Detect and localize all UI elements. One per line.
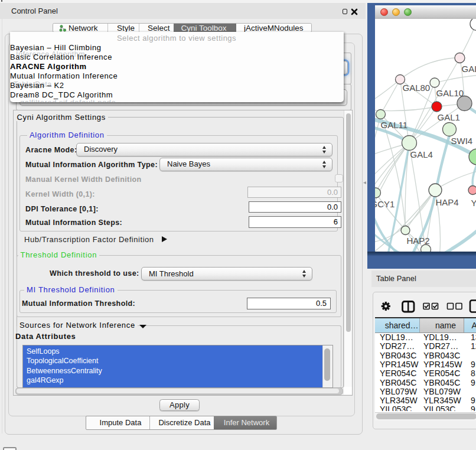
- svg-text:Y: Y: [471, 197, 476, 207]
- svg-text:GAL10: GAL10: [436, 87, 464, 97]
- svg-text:GAL80: GAL80: [402, 82, 430, 92]
- svg-text:SWI4: SWI4: [451, 135, 472, 145]
- svg-text:GCY1: GCY1: [375, 198, 395, 208]
- svg-text:GAL4: GAL4: [410, 149, 432, 159]
- svg-text:GAL7: GAL7: [461, 63, 476, 73]
- svg-text:GAL1: GAL1: [437, 112, 459, 122]
- svg-text:HAP2: HAP2: [406, 235, 429, 245]
- svg-text:GAL11: GAL11: [380, 119, 407, 129]
- svg-text:HAP4: HAP4: [435, 197, 458, 207]
